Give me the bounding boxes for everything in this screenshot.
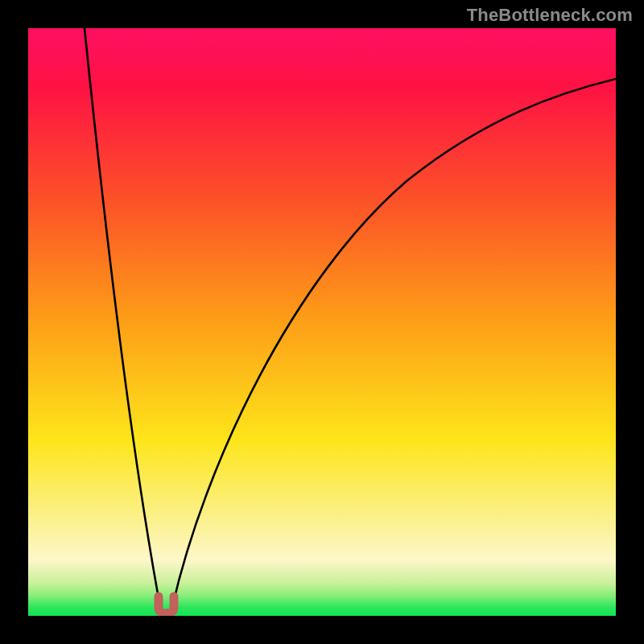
chart-svg [28, 28, 616, 616]
gradient-background [28, 28, 616, 616]
chart-frame: TheBottleneck.com [0, 0, 644, 644]
watermark-text: TheBottleneck.com [467, 5, 633, 26]
plot-area [28, 28, 616, 616]
